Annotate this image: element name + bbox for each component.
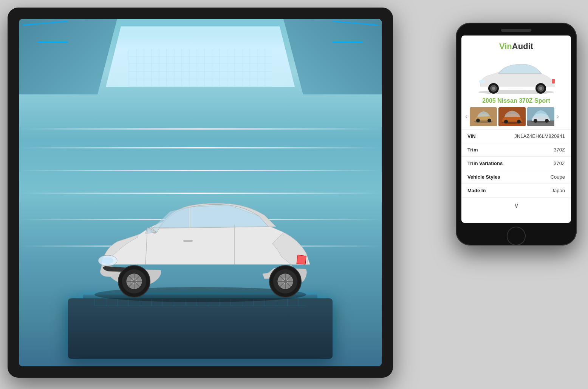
trim-variations-value: 370Z [554, 161, 565, 166]
car-title: 2005 Nissan 370Z Sport [461, 96, 571, 107]
tablet-screen [19, 19, 382, 366]
svg-point-27 [479, 80, 486, 83]
made-in-value: Japan [552, 188, 565, 193]
svg-rect-19 [183, 240, 193, 242]
carousel-next-button[interactable]: › [556, 113, 560, 120]
wall-strip-1 [19, 128, 382, 130]
vehicle-styles-value: Coupe [551, 174, 565, 180]
svg-point-2 [102, 257, 113, 264]
expand-chevron[interactable]: ∨ [461, 198, 571, 213]
carousel-thumb-1[interactable] [470, 107, 497, 126]
app-header: VinAudit [461, 36, 571, 54]
logo-vin: Vin [499, 42, 512, 51]
info-row-vehicle-styles: Vehicle Styles Coupe [461, 170, 571, 184]
phone-screen: VinAudit [461, 36, 571, 223]
platform-outer [68, 298, 333, 359]
photo-carousel: ‹ [461, 107, 571, 126]
ceiling-right-panel [283, 19, 382, 94]
car-thumbnail-svg [471, 56, 562, 94]
svg-point-40 [534, 119, 537, 123]
vehicle-info-table: VIN JN1AZ4EH6LM820941 Trim 370Z Trim Var… [461, 129, 571, 223]
accent-line-right [333, 42, 363, 43]
wall-strip-3 [19, 170, 382, 171]
svg-point-36 [517, 120, 521, 123]
ceiling [19, 19, 382, 125]
info-row-vin: VIN JN1AZ4EH6LM820941 [461, 130, 571, 143]
trim-label: Trim [467, 147, 478, 153]
info-row-made-in: Made In Japan [461, 184, 571, 198]
svg-point-41 [545, 119, 549, 123]
ceiling-left-panel [19, 19, 117, 94]
svg-point-26 [539, 87, 542, 90]
chevron-down-icon: ∨ [514, 202, 519, 209]
main-scene: VinAudit [0, 0, 588, 389]
logo-audit: Audit [512, 42, 533, 51]
vin-label: VIN [467, 133, 476, 139]
accent-line-left [38, 42, 68, 43]
info-row-trim: Trim 370Z [461, 143, 571, 157]
info-row-trim-variations: Trim Variations 370Z [461, 157, 571, 170]
phone-home-button[interactable] [507, 227, 526, 245]
carousel-prev-button[interactable]: ‹ [464, 113, 468, 120]
ceiling-light-grid [128, 49, 272, 87]
trim-value: 370Z [554, 147, 565, 153]
tablet-device [8, 8, 393, 378]
app-logo: VinAudit [467, 42, 565, 51]
carousel-thumb-2[interactable] [498, 107, 526, 126]
phone-speaker [501, 29, 531, 32]
car-display [72, 174, 329, 302]
trim-variations-label: Trim Variations [467, 161, 503, 166]
svg-point-31 [476, 119, 480, 122]
phone-device: VinAudit [456, 23, 577, 245]
made-in-label: Made In [467, 188, 486, 193]
carousel-thumb-3[interactable] [527, 107, 554, 126]
svg-point-35 [504, 120, 508, 123]
vin-value: JN1AZ4EH6LM820941 [514, 133, 565, 139]
wall-strip-2 [19, 147, 382, 148]
svg-point-23 [492, 87, 495, 90]
svg-rect-28 [552, 79, 555, 83]
car-image-area [461, 54, 571, 96]
vehicle-styles-label: Vehicle Styles [467, 174, 500, 180]
svg-point-32 [487, 119, 491, 122]
